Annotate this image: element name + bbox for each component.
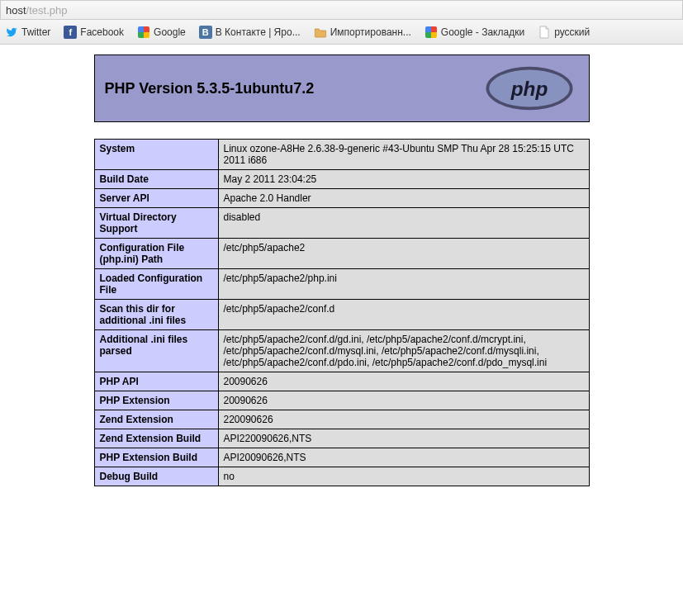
vk-icon: B [199,26,212,39]
page-title: PHP Version 5.3.5-1ubuntu7.2 [105,80,315,97]
table-key: Virtual Directory Support [94,208,218,239]
table-value: /etc/php5/apache2/conf.d [218,300,589,330]
svg-text:php: php [510,78,548,100]
content-area: PHP Version 5.3.5-1ubuntu7.2 php SystemL… [0,45,683,486]
address-bar[interactable]: host/test.php [0,0,683,20]
table-value: Apache 2.0 Handler [218,189,589,208]
table-value: 20090626 [218,372,589,391]
bookmark-label: В Контакте | Яро... [216,26,301,38]
table-row: Scan this dir for additional .ini files/… [94,300,589,330]
bookmark-label: русский [554,26,590,38]
table-value: API220090626,NTS [218,429,589,448]
table-key: PHP Extension Build [94,448,218,467]
table-row: Virtual Directory Supportdisabled [94,208,589,239]
table-key: System [94,140,218,170]
table-key: Build Date [94,170,218,189]
table-key: Configuration File (php.ini) Path [94,239,218,269]
table-key: Loaded Configuration File [94,269,218,300]
table-row: Server APIApache 2.0 Handler [94,189,589,208]
bookmark-imported[interactable]: Импортированн... [314,26,411,39]
table-value: 220090626 [218,410,589,429]
table-row: Additional .ini files parsed/etc/php5/ap… [94,330,589,372]
table-key: Zend Extension Build [94,429,218,448]
table-value: /etc/php5/apache2/conf.d/gd.ini, /etc/ph… [218,330,589,372]
twitter-icon [5,26,18,39]
php-logo-icon: php [480,64,579,113]
table-row: PHP Extension20090626 [94,391,589,410]
url-path: /test.php [26,4,68,17]
table-value: API20090626,NTS [218,448,589,467]
bookmark-twitter[interactable]: Twitter [5,26,50,39]
phpinfo-header: PHP Version 5.3.5-1ubuntu7.2 php [94,54,590,122]
url-host: host [6,4,26,17]
table-key: PHP Extension [94,391,218,410]
bookmarks-bar: Twitter f Facebook Google B В Контакте |… [0,20,683,45]
table-key: Debug Build [94,467,218,486]
bookmark-vkontakte[interactable]: B В Контакте | Яро... [199,26,301,39]
table-value: /etc/php5/apache2/php.ini [218,269,589,300]
folder-icon [314,26,327,39]
table-key: Additional .ini files parsed [94,330,218,372]
table-row: SystemLinux ozone-A8He 2.6.38-9-generic … [94,140,589,170]
table-key: Scan this dir for additional .ini files [94,300,218,330]
bookmark-label: Импортированн... [330,26,411,38]
table-row: PHP API20090626 [94,372,589,391]
table-row: PHP Extension BuildAPI20090626,NTS [94,448,589,467]
table-row: Zend Extension220090626 [94,410,589,429]
google-icon [137,26,150,39]
table-row: Configuration File (php.ini) Path/etc/ph… [94,239,589,269]
table-key: Server API [94,189,218,208]
bookmark-label: Google - Закладки [441,26,524,38]
table-key: Zend Extension [94,410,218,429]
table-row: Zend Extension BuildAPI220090626,NTS [94,429,589,448]
page-icon [538,26,551,39]
phpinfo-table: SystemLinux ozone-A8He 2.6.38-9-generic … [94,139,590,486]
bookmark-russian[interactable]: русский [538,26,590,39]
table-value: no [218,467,589,486]
table-row: Build DateMay 2 2011 23:04:25 [94,170,589,189]
table-value: disabled [218,208,589,239]
bookmark-label: Google [154,26,186,38]
table-value: /etc/php5/apache2 [218,239,589,269]
table-row: Loaded Configuration File/etc/php5/apach… [94,269,589,300]
table-value: Linux ozone-A8He 2.6.38-9-generic #43-Ub… [218,140,589,170]
bookmark-label: Facebook [80,26,124,38]
bookmark-label: Twitter [21,26,50,38]
bookmark-facebook[interactable]: f Facebook [64,26,124,39]
table-row: Debug Buildno [94,467,589,486]
bookmark-google[interactable]: Google [137,26,186,39]
table-key: PHP API [94,372,218,391]
facebook-icon: f [64,26,77,39]
table-value: 20090626 [218,391,589,410]
google-icon [425,26,438,39]
bookmark-google-bookmarks[interactable]: Google - Закладки [425,26,524,39]
table-value: May 2 2011 23:04:25 [218,170,589,189]
